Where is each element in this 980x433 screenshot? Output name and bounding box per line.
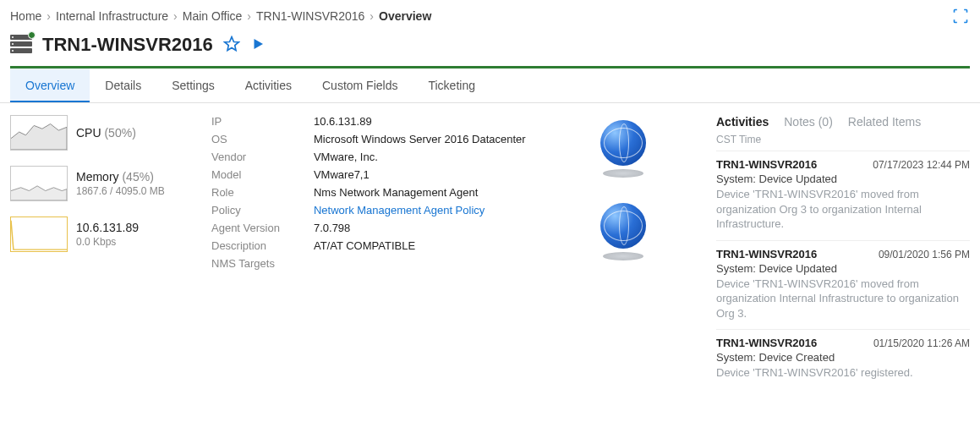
breadcrumb-current: Overview <box>379 9 431 23</box>
content-area: CPU (50%) Memory (45%) 1867.6 / 4095.0 M… <box>0 103 980 401</box>
tab-overview[interactable]: Overview <box>10 69 90 102</box>
activity-item[interactable]: TRN1-WINSVR2016 07/17/2023 12:44 PM Syst… <box>716 151 970 240</box>
memory-sub: 1867.6 / 4095.0 MB <box>76 185 165 197</box>
right-tab-related[interactable]: Related Items <box>848 115 921 129</box>
play-icon[interactable] <box>250 36 266 54</box>
label-ip: IP <box>211 115 280 128</box>
tab-ticketing[interactable]: Ticketing <box>413 69 490 102</box>
network-metric[interactable]: 10.6.131.89 0.0 Kbps <box>10 216 188 252</box>
activity-title: TRN1-WINSVR2016 <box>716 248 817 260</box>
chevron-right-icon: › <box>47 9 51 23</box>
star-icon[interactable] <box>223 36 240 55</box>
network-ip: 10.6.131.89 <box>76 221 139 234</box>
value-policy-link[interactable]: Network Management Agent Policy <box>314 204 526 216</box>
activity-subtitle: System: Device Created <box>716 351 970 364</box>
value-agent-version: 7.0.798 <box>314 222 526 234</box>
value-ip: 10.6.131.89 <box>314 115 526 128</box>
activity-item[interactable]: TRN1-WINSVR2016 01/15/2020 11:26 AM Syst… <box>716 329 970 389</box>
chevron-right-icon: › <box>173 9 178 23</box>
globe-icon[interactable] <box>600 203 646 260</box>
detail-labels: IP OS Vendor Model Role Policy Agent Ver… <box>211 115 280 389</box>
activity-date: 01/15/2020 11:26 AM <box>873 337 970 349</box>
globe-column <box>600 120 646 389</box>
right-tab-activities[interactable]: Activities <box>716 115 769 129</box>
details-column: IP OS Vendor Model Role Policy Agent Ver… <box>211 115 526 389</box>
activity-item[interactable]: TRN1-WINSVR2016 09/01/2020 1:56 PM Syste… <box>716 240 970 330</box>
activity-subtitle: System: Device Updated <box>716 262 970 275</box>
svg-marker-0 <box>224 36 238 50</box>
chevron-right-icon: › <box>370 9 374 23</box>
status-dot-online <box>28 31 36 39</box>
label-vendor: Vendor <box>211 151 280 163</box>
activity-title: TRN1-WINSVR2016 <box>716 337 817 349</box>
detail-values: 10.6.131.89 Microsoft Windows Server 201… <box>314 115 526 389</box>
label-policy: Policy <box>211 204 280 216</box>
tab-activities[interactable]: Activities <box>230 69 307 102</box>
value-os: Microsoft Windows Server 2016 Datacenter <box>314 133 526 145</box>
network-rate: 0.0 Kbps <box>76 236 139 248</box>
label-role: Role <box>211 186 280 199</box>
activity-title: TRN1-WINSVR2016 <box>716 158 817 171</box>
breadcrumb-org[interactable]: Internal Infrastructure <box>56 9 168 23</box>
label-description: Description <box>211 239 280 252</box>
server-icon <box>10 35 32 55</box>
label-os: OS <box>211 133 280 145</box>
tab-details[interactable]: Details <box>90 69 156 102</box>
breadcrumb-site[interactable]: Main Office <box>183 9 243 23</box>
value-vendor: VMware, Inc. <box>314 151 526 163</box>
activity-body: Device 'TRN1-WINSVR2016' registered. <box>716 365 970 381</box>
page-header: TRN1-WINSVR2016 <box>0 30 980 66</box>
breadcrumb: Home › Internal Infrastructure › Main Of… <box>0 0 980 30</box>
activity-date: 07/17/2023 12:44 PM <box>873 159 970 171</box>
memory-sparkline <box>10 166 68 201</box>
cpu-sparkline <box>10 115 68 151</box>
tab-custom-fields[interactable]: Custom Fields <box>307 69 413 102</box>
label-nms-targets: NMS Targets <box>211 257 280 270</box>
right-tab-notes[interactable]: Notes (0) <box>784 115 833 129</box>
value-model: VMware7,1 <box>314 168 526 181</box>
activity-subtitle: System: Device Updated <box>716 173 970 185</box>
network-sparkline <box>10 216 68 252</box>
metrics-column: CPU (50%) Memory (45%) 1867.6 / 4095.0 M… <box>10 115 188 389</box>
timezone-label: CST Time <box>716 134 970 145</box>
page-title: TRN1-WINSVR2016 <box>42 34 213 56</box>
activity-date: 09/01/2020 1:56 PM <box>879 249 970 260</box>
main-tabs: Overview Details Settings Activities Cus… <box>0 69 980 103</box>
label-model: Model <box>211 168 280 181</box>
tab-settings[interactable]: Settings <box>156 69 230 102</box>
cpu-metric[interactable]: CPU (50%) <box>10 115 188 151</box>
activity-body: Device 'TRN1-WINSVR2016' moved from orga… <box>716 187 970 232</box>
cpu-label: CPU (50%) <box>76 126 136 140</box>
chevron-right-icon: › <box>247 9 251 23</box>
activity-body: Device 'TRN1-WINSVR2016' moved from orga… <box>716 277 970 321</box>
label-agent-version: Agent Version <box>211 222 280 234</box>
right-tabs: Activities Notes (0) Related Items <box>716 115 970 129</box>
activity-panel: Activities Notes (0) Related Items CST T… <box>716 115 970 389</box>
memory-label: Memory (45%) <box>76 170 165 184</box>
breadcrumb-home[interactable]: Home <box>10 9 41 23</box>
scan-icon[interactable] <box>951 7 970 25</box>
value-description: AT/AT COMPATIBLE <box>314 239 526 252</box>
memory-metric[interactable]: Memory (45%) 1867.6 / 4095.0 MB <box>10 166 188 201</box>
svg-marker-1 <box>254 39 263 49</box>
breadcrumb-device[interactable]: TRN1-WINSVR2016 <box>256 9 364 23</box>
globe-icon[interactable] <box>600 120 646 178</box>
value-role: Nms Network Management Agent <box>314 186 526 199</box>
